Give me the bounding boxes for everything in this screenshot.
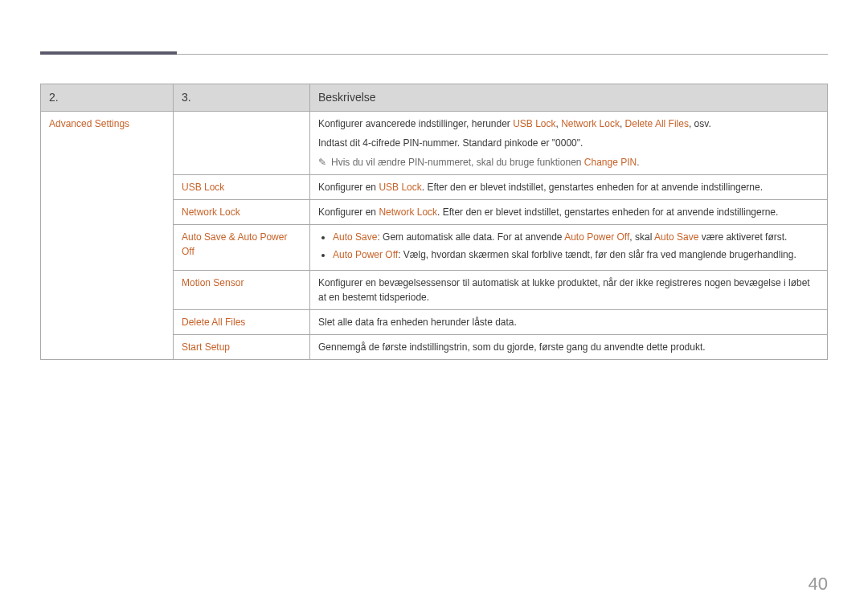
text: , (620, 118, 625, 129)
link-auto-power-off: Auto Power Off (564, 231, 629, 243)
text: være aktiveret først. (698, 231, 787, 243)
link-auto-power-off-2: Auto Power Off (333, 249, 398, 260)
note-suffix: . (637, 157, 639, 168)
autosave-label: Auto Save & Auto Power Off (182, 231, 287, 257)
cell-empty (174, 112, 310, 175)
usb-lock-label: USB Lock (182, 182, 224, 193)
header-col-desc: Beskrivelse (310, 84, 828, 112)
pen-icon (318, 157, 331, 168)
link-change-pin: Change PIN (584, 157, 637, 168)
table-row: Advanced Settings Konfigurer avancerede … (41, 112, 828, 175)
text: . Efter den er blevet indstillet, gensta… (437, 206, 778, 218)
note-line: Hvis du vil ændre PIN-nummeret, skal du … (318, 155, 819, 170)
cell-delete-all: Delete All Files (174, 310, 310, 335)
delete-all-label: Delete All Files (182, 317, 245, 328)
header-col-3: 3. (174, 84, 310, 112)
link-usb-lock: USB Lock (513, 118, 555, 129)
text: : Gem automatisk alle data. For at anven… (377, 231, 564, 243)
text: . Efter den er blevet indstillet, gensta… (422, 182, 763, 193)
link-network-lock: Network Lock (561, 118, 620, 129)
advanced-settings-label: Advanced Settings (49, 118, 129, 129)
start-setup-label: Start Setup (182, 341, 230, 353)
text: Konfigurer en (318, 182, 379, 193)
text: Konfigurer avancerede indstillinger, her… (318, 118, 513, 129)
cell-desc-network: Konfigurer en Network Lock. Efter den er… (310, 200, 828, 225)
link-auto-save: Auto Save (333, 231, 377, 243)
note-prefix: Hvis du vil ændre PIN-nummeret, skal du … (331, 157, 584, 168)
cell-autosave: Auto Save & Auto Power Off (174, 225, 310, 271)
cell-desc-start: Gennemgå de første indstillingstrin, som… (310, 335, 828, 360)
link-network-lock: Network Lock (379, 206, 437, 218)
link-auto-save-2: Auto Save (654, 231, 698, 243)
link-usb-lock: USB Lock (379, 182, 421, 193)
link-delete-all-files: Delete All Files (625, 118, 689, 129)
cell-motion-sensor: Motion Sensor (174, 271, 310, 310)
desc-line-2: Indtast dit 4-cifrede PIN-nummer. Standa… (318, 136, 819, 150)
table-header-row: 2. 3. Beskrivelse (41, 84, 828, 112)
top-tab-indicator (40, 51, 177, 55)
motion-sensor-label: Motion Sensor (182, 277, 244, 288)
cell-desc-usb: Konfigurer en USB Lock. Efter den er ble… (310, 175, 828, 200)
cell-desc-motion: Konfigurer en bevægelsessensor til autom… (310, 271, 828, 310)
cell-start-setup: Start Setup (174, 335, 310, 360)
text: Konfigurer en (318, 206, 379, 218)
network-lock-label: Network Lock (182, 206, 240, 218)
page: 2. 3. Beskrivelse Advanced Settings Konf… (0, 0, 868, 613)
text: : Vælg, hvordan skærmen skal forblive tæ… (398, 249, 796, 260)
desc-line-1: Konfigurer avancerede indstillinger, her… (318, 116, 819, 131)
text: , osv. (689, 118, 711, 129)
cell-advanced-settings: Advanced Settings (41, 112, 174, 360)
cell-desc-advanced: Konfigurer avancerede indstillinger, her… (310, 112, 828, 175)
cell-usb-lock: USB Lock (174, 175, 310, 200)
autosave-list: Auto Save: Gem automatisk alle data. For… (318, 230, 819, 262)
cell-desc-delete: Slet alle data fra enheden herunder låst… (310, 310, 828, 335)
page-number: 40 (809, 570, 828, 597)
cell-desc-autosave: Auto Save: Gem automatisk alle data. For… (310, 225, 828, 271)
settings-table: 2. 3. Beskrivelse Advanced Settings Konf… (40, 84, 828, 360)
text: , skal (629, 231, 654, 243)
cell-network-lock: Network Lock (174, 200, 310, 225)
list-item: Auto Save: Gem automatisk alle data. For… (333, 230, 819, 244)
header-col-2: 2. (41, 84, 174, 112)
list-item: Auto Power Off: Vælg, hvordan skærmen sk… (333, 247, 819, 262)
